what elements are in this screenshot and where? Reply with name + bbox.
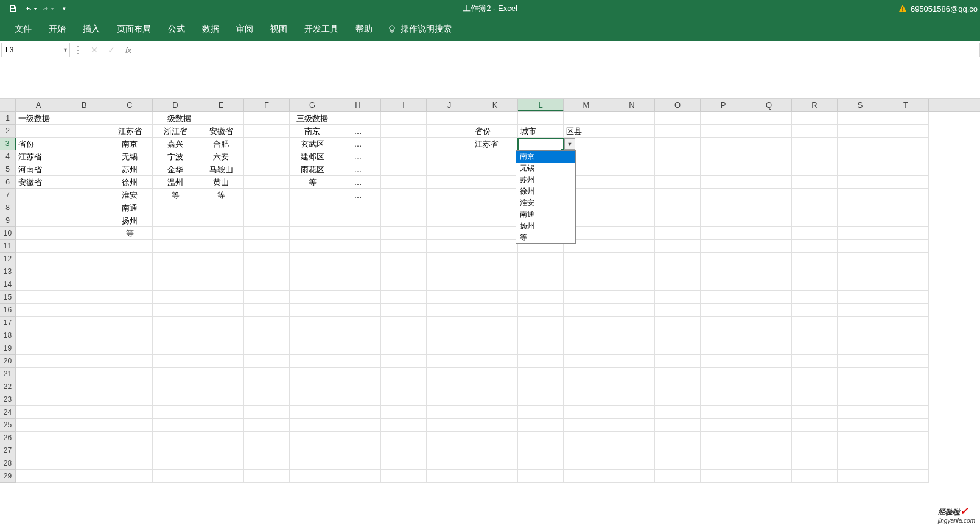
- cell-R1[interactable]: [792, 112, 838, 125]
- row-header-15[interactable]: 15: [0, 291, 16, 304]
- cell-C7[interactable]: 淮安: [107, 189, 153, 201]
- tab-layout[interactable]: 页面布局: [108, 18, 159, 41]
- cell-E11[interactable]: [198, 240, 244, 253]
- column-header-B[interactable]: B: [61, 99, 107, 111]
- cell-P2[interactable]: [701, 125, 746, 138]
- cell-N8[interactable]: [609, 201, 655, 214]
- dropdown-option[interactable]: 徐州: [516, 186, 575, 197]
- cell-D1[interactable]: 二级数据: [153, 112, 198, 125]
- cell-F19[interactable]: [244, 342, 290, 355]
- cell-B5[interactable]: [61, 163, 107, 176]
- cell-N26[interactable]: [609, 432, 655, 444]
- row-header-26[interactable]: 26: [0, 432, 16, 444]
- cell-G26[interactable]: [290, 432, 335, 444]
- cell-K4[interactable]: [472, 150, 518, 163]
- cell-F13[interactable]: [244, 265, 290, 278]
- row-header-21[interactable]: 21: [0, 368, 16, 380]
- row-header-7[interactable]: 7: [0, 189, 16, 201]
- cell-S26[interactable]: [838, 432, 883, 444]
- cell-G29[interactable]: [290, 470, 335, 483]
- cell-T15[interactable]: [883, 291, 929, 304]
- cell-H5[interactable]: …: [335, 163, 381, 176]
- cell-Q10[interactable]: [746, 227, 792, 240]
- cell-A3[interactable]: 省份: [16, 138, 61, 150]
- dropdown-option[interactable]: 无锡: [516, 163, 575, 174]
- cell-B16[interactable]: [61, 304, 107, 317]
- cell-R3[interactable]: [792, 138, 838, 150]
- cell-M2[interactable]: 区县: [564, 125, 609, 138]
- cell-C14[interactable]: [107, 278, 153, 291]
- cell-B22[interactable]: [61, 380, 107, 393]
- cell-Q15[interactable]: [746, 291, 792, 304]
- cell-G22[interactable]: [290, 380, 335, 393]
- cell-K13[interactable]: [472, 265, 518, 278]
- column-header-N[interactable]: N: [609, 99, 655, 111]
- cell-K9[interactable]: [472, 214, 518, 227]
- cell-G13[interactable]: [290, 265, 335, 278]
- tab-file[interactable]: 文件: [6, 18, 40, 41]
- cell-R22[interactable]: [792, 380, 838, 393]
- cell-F25[interactable]: [244, 419, 290, 432]
- cell-J10[interactable]: [427, 227, 472, 240]
- cell-F3[interactable]: [244, 138, 290, 150]
- cell-Q17[interactable]: [746, 317, 792, 329]
- cell-P6[interactable]: [701, 176, 746, 189]
- cell-C15[interactable]: [107, 291, 153, 304]
- cell-S20[interactable]: [838, 355, 883, 368]
- column-header-J[interactable]: J: [427, 99, 472, 111]
- cell-F8[interactable]: [244, 201, 290, 214]
- cell-B9[interactable]: [61, 214, 107, 227]
- tab-data[interactable]: 数据: [194, 18, 228, 41]
- cell-T24[interactable]: [883, 406, 929, 419]
- cell-S18[interactable]: [838, 329, 883, 342]
- cell-O12[interactable]: [655, 253, 701, 265]
- tab-review[interactable]: 审阅: [228, 18, 262, 41]
- cell-C16[interactable]: [107, 304, 153, 317]
- cell-D9[interactable]: [153, 214, 198, 227]
- cell-C2[interactable]: 江苏省: [107, 125, 153, 138]
- cell-L28[interactable]: [518, 457, 564, 470]
- cell-B24[interactable]: [61, 406, 107, 419]
- row-header-29[interactable]: 29: [0, 470, 16, 483]
- cell-G25[interactable]: [290, 419, 335, 432]
- cell-O4[interactable]: [655, 150, 701, 163]
- cell-O11[interactable]: [655, 240, 701, 253]
- cell-R11[interactable]: [792, 240, 838, 253]
- formula-input[interactable]: [137, 43, 980, 57]
- cell-Q22[interactable]: [746, 380, 792, 393]
- cell-A11[interactable]: [16, 240, 61, 253]
- cell-L15[interactable]: [518, 291, 564, 304]
- cell-I26[interactable]: [381, 432, 427, 444]
- cell-I16[interactable]: [381, 304, 427, 317]
- cell-I5[interactable]: [381, 163, 427, 176]
- cell-C21[interactable]: [107, 368, 153, 380]
- cell-T11[interactable]: [883, 240, 929, 253]
- cell-T10[interactable]: [883, 227, 929, 240]
- cell-O10[interactable]: [655, 227, 701, 240]
- cell-H1[interactable]: [335, 112, 381, 125]
- cell-I6[interactable]: [381, 176, 427, 189]
- cell-E17[interactable]: [198, 317, 244, 329]
- cell-C22[interactable]: [107, 380, 153, 393]
- cell-J8[interactable]: [427, 201, 472, 214]
- cell-D26[interactable]: [153, 432, 198, 444]
- cell-H6[interactable]: …: [335, 176, 381, 189]
- cell-D29[interactable]: [153, 470, 198, 483]
- cell-Q13[interactable]: [746, 265, 792, 278]
- cell-M19[interactable]: [564, 342, 609, 355]
- cell-J17[interactable]: [427, 317, 472, 329]
- cell-T5[interactable]: [883, 163, 929, 176]
- cell-Q4[interactable]: [746, 150, 792, 163]
- cell-R18[interactable]: [792, 329, 838, 342]
- cell-G27[interactable]: [290, 444, 335, 457]
- cell-H24[interactable]: [335, 406, 381, 419]
- cell-P10[interactable]: [701, 227, 746, 240]
- cell-A21[interactable]: [16, 368, 61, 380]
- cell-H29[interactable]: [335, 470, 381, 483]
- cell-P12[interactable]: [701, 253, 746, 265]
- cell-G2[interactable]: 南京: [290, 125, 335, 138]
- cell-L19[interactable]: [518, 342, 564, 355]
- cell-F12[interactable]: [244, 253, 290, 265]
- cell-O17[interactable]: [655, 317, 701, 329]
- cell-A12[interactable]: [16, 253, 61, 265]
